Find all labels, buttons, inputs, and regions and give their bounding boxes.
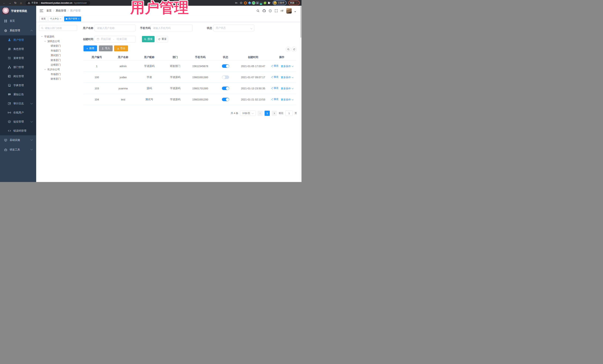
tree-node-市场部门[interactable]: 市场部门 <box>39 48 77 53</box>
close-icon[interactable]: × <box>78 18 80 20</box>
sidebar-item-label: 用户管理 <box>13 38 24 42</box>
sidebar-item-基础设施[interactable]: 基础设施 <box>0 135 36 145</box>
status-toggle[interactable] <box>222 87 229 90</box>
import-button[interactable]: 导入 <box>99 45 113 51</box>
browser-menu-kebab-icon[interactable]: ⋮ <box>296 2 298 4</box>
tree-node-芋道源码[interactable]: 芋道源码 <box>39 34 77 39</box>
tab-首页[interactable]: 首页 <box>39 16 47 21</box>
sidebar-item-用户管理[interactable]: 用户管理 <box>0 35 36 44</box>
sidebar-item-岗位管理[interactable]: 岗位管理 <box>0 72 36 81</box>
tree-expand-caret-icon[interactable] <box>44 41 46 42</box>
sidebar-item-通知公告[interactable]: 通知公告 <box>0 90 36 99</box>
export-button[interactable]: 导出 <box>114 45 128 51</box>
sidebar-item-错误码管理[interactable]: 错误码管理 <box>0 126 36 135</box>
tree-node-市场部门[interactable]: 市场部门 <box>39 72 77 77</box>
browser-update-button[interactable]: 更新 ⋮ <box>288 0 300 5</box>
username-input[interactable] <box>97 27 133 30</box>
window-scrollbar[interactable] <box>300 6 302 182</box>
extension-adblock-icon[interactable] <box>244 1 247 5</box>
tree-node-长沙分公司[interactable]: 长沙分公司 <box>39 67 77 72</box>
extensions-puzzle-icon[interactable] <box>267 1 271 5</box>
app-frame: 芋道管理系统 首页系统管理用户管理角色管理菜单管理部门管理岗位管理字典管理通知公… <box>0 6 302 182</box>
sidebar-item-系统管理[interactable]: 系统管理 <box>0 26 36 35</box>
user-avatar[interactable] <box>286 8 292 13</box>
extension-switch-icon[interactable]: on <box>260 2 263 4</box>
sidebar-item-研发工具[interactable]: 研发工具 <box>0 145 36 154</box>
breadcrumb-separator: / <box>68 9 69 12</box>
status-toggle[interactable] <box>222 64 229 68</box>
refresh-table-button[interactable] <box>291 47 297 52</box>
tree-expand-caret-icon[interactable] <box>44 69 46 70</box>
edit-action-link[interactable]: 修改 <box>271 98 279 101</box>
sidebar-item-菜单管理[interactable]: 菜单管理 <box>0 54 36 63</box>
search-icon <box>41 27 44 29</box>
fullscreen-icon[interactable] <box>275 9 278 12</box>
password-key-icon[interactable] <box>234 1 238 5</box>
address-bar[interactable]: 不安全 dashboard.yudao.iocoder.cn/system/us… <box>26 1 90 5</box>
edit-action-link[interactable]: 修改 <box>271 64 279 67</box>
prev-page-button[interactable] <box>257 111 263 116</box>
tree-node-label: 市场部门 <box>51 73 61 76</box>
tree-node-研发部门[interactable]: 研发部门 <box>39 44 77 48</box>
tree-node-财务部门[interactable]: 财务部门 <box>39 77 77 81</box>
sidebar-item-在线用户[interactable]: 在线用户 <box>0 108 36 117</box>
extension-y-icon[interactable]: y <box>252 1 255 5</box>
search-button[interactable]: 搜索 <box>142 36 155 42</box>
bookmark-star-icon[interactable] <box>239 1 243 5</box>
next-page-button[interactable] <box>272 111 277 116</box>
status-cell <box>212 76 239 79</box>
reset-button[interactable]: 重置 <box>157 36 168 42</box>
tree-node-深圳总公司[interactable]: 深圳总公司 <box>39 39 77 44</box>
date-range-picker[interactable]: 开始日期 - 结束日期 <box>95 36 135 43</box>
tree-node-测试部门[interactable]: 测试部门 <box>39 53 77 58</box>
extension-gem-icon[interactable] <box>248 1 251 5</box>
tree-node-财务部门[interactable]: 财务部门 <box>39 58 77 62</box>
sidebar-item-短信管理[interactable]: 短信管理 <box>0 117 36 126</box>
tree-node-运维部门[interactable]: 运维部门 <box>39 62 77 67</box>
dept-search-input[interactable] <box>45 27 75 30</box>
more-actions-link[interactable]: 更多操作 <box>281 87 293 90</box>
edit-action-link[interactable]: 修改 <box>271 75 279 78</box>
browser-forward-icon[interactable]: → <box>7 1 12 5</box>
page-size-select[interactable]: 10条/页 <box>240 111 256 116</box>
more-actions-link[interactable]: 更多操作 <box>281 76 293 79</box>
sidebar-item-角色管理[interactable]: 角色管理 <box>0 44 36 54</box>
tree-expand-caret-icon[interactable] <box>41 36 43 37</box>
breadcrumb-item[interactable]: 首页 <box>46 9 52 12</box>
extension-grid-icon[interactable]: ◆ <box>256 1 259 4</box>
sidebar-collapse-icon[interactable] <box>40 10 43 12</box>
goto-page-input[interactable] <box>285 111 293 116</box>
browser-home-icon[interactable]: ⌂ <box>19 1 23 5</box>
column-header-操作: 操作 <box>267 55 296 59</box>
sidebar-item-首页[interactable]: 首页 <box>0 16 36 26</box>
status-toggle[interactable] <box>222 98 229 101</box>
status-select[interactable]: 用户状态 <box>213 25 254 31</box>
avatar-caret-icon[interactable] <box>294 11 296 12</box>
header-search-icon[interactable] <box>256 9 260 12</box>
profile-paused-badge[interactable]: 已暂停 <box>273 0 287 5</box>
add-button[interactable]: + 新增 <box>83 45 97 51</box>
browser-reload-icon[interactable]: ↻ <box>13 1 18 5</box>
sidebar-item-审计日志[interactable]: 审计日志 <box>0 99 36 108</box>
mobile-input[interactable] <box>153 27 190 30</box>
github-icon[interactable] <box>262 9 266 13</box>
sidebar-logo[interactable]: 芋道管理系统 <box>0 6 36 16</box>
more-actions-link[interactable]: 更多操作 <box>281 98 293 101</box>
tab-用户管理[interactable]: 用户管理× <box>64 16 81 21</box>
browser-back-icon[interactable]: ← <box>2 1 7 5</box>
sidebar-item-部门管理[interactable]: 部门管理 <box>0 63 36 72</box>
help-icon[interactable]: ? <box>269 9 272 12</box>
page-number-button[interactable]: 1 <box>265 111 270 116</box>
font-size-icon[interactable]: TT <box>280 9 283 12</box>
breadcrumb-item[interactable]: 系统管理 <box>56 9 66 12</box>
tab-个人中心[interactable]: 个人中心× <box>48 16 63 21</box>
extension-leaf-icon[interactable] <box>263 1 267 5</box>
edit-action-link[interactable]: 修改 <box>271 86 279 90</box>
status-toggle[interactable] <box>222 76 229 79</box>
sidebar-item-字典管理[interactable]: 字典管理 <box>0 81 36 90</box>
show-search-toggle-button[interactable] <box>286 47 291 52</box>
close-icon[interactable]: × <box>60 18 61 20</box>
scrollbar-thumb[interactable] <box>300 6 301 38</box>
more-actions-link[interactable]: 更多操作 <box>281 65 293 68</box>
chevron-down-icon <box>292 65 293 67</box>
